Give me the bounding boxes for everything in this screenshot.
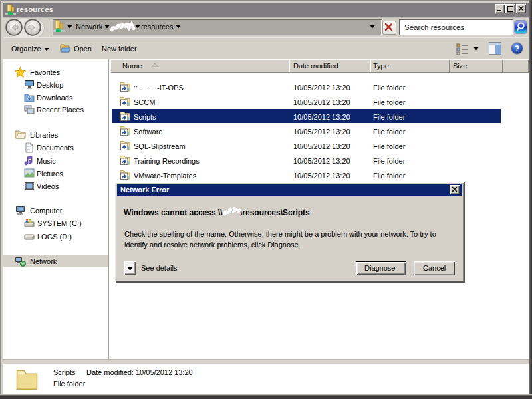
svg-text:?: ? (515, 44, 519, 53)
